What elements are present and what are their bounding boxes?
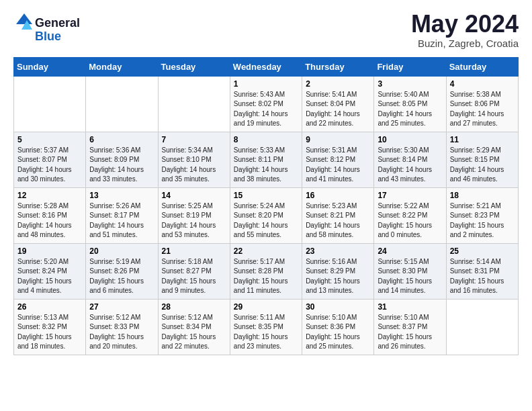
- day-info: Sunrise: 5:20 AMSunset: 8:24 PMDaylight:…: [17, 257, 82, 296]
- calendar-day-26: 26Sunrise: 5:13 AMSunset: 8:32 PMDayligh…: [14, 299, 86, 355]
- day-info: Sunrise: 5:15 AMSunset: 8:30 PMDaylight:…: [378, 257, 442, 296]
- day-number: 20: [89, 246, 154, 256]
- day-number: 10: [378, 135, 442, 144]
- weekday-header-sunday: Sunday: [14, 57, 86, 76]
- weekday-header-saturday: Saturday: [446, 57, 518, 76]
- page: General Blue May 2024 Buzin, Zagreb, Cro…: [0, 0, 532, 369]
- weekday-header-tuesday: Tuesday: [158, 57, 230, 76]
- calendar-day-16: 16Sunrise: 5:23 AMSunset: 8:21 PMDayligh…: [302, 187, 374, 243]
- day-number: 12: [17, 191, 82, 200]
- day-info: Sunrise: 5:29 AMSunset: 8:15 PMDaylight:…: [450, 146, 515, 185]
- day-info: Sunrise: 5:17 AMSunset: 8:28 PMDaylight:…: [234, 257, 298, 296]
- day-info: Sunrise: 5:37 AMSunset: 8:07 PMDaylight:…: [17, 146, 82, 185]
- day-info: Sunrise: 5:21 AMSunset: 8:23 PMDaylight:…: [450, 201, 515, 240]
- calendar-week-row: 1Sunrise: 5:43 AMSunset: 8:02 PMDaylight…: [14, 76, 519, 132]
- calendar-day-17: 17Sunrise: 5:22 AMSunset: 8:22 PMDayligh…: [374, 187, 446, 243]
- calendar-empty-cell: [14, 76, 86, 132]
- logo: General Blue: [13, 11, 87, 48]
- day-number: 1: [234, 79, 298, 89]
- day-number: 8: [234, 135, 298, 144]
- weekday-header-friday: Friday: [374, 57, 446, 76]
- day-info: Sunrise: 5:33 AMSunset: 8:11 PMDaylight:…: [234, 146, 298, 185]
- day-info: Sunrise: 5:11 AMSunset: 8:35 PMDaylight:…: [234, 313, 298, 352]
- day-number: 4: [450, 79, 515, 89]
- calendar-day-23: 23Sunrise: 5:16 AMSunset: 8:29 PMDayligh…: [302, 243, 374, 299]
- weekday-header-wednesday: Wednesday: [230, 57, 302, 76]
- day-info: Sunrise: 5:12 AMSunset: 8:34 PMDaylight:…: [162, 313, 226, 352]
- day-number: 5: [17, 135, 82, 144]
- day-info: Sunrise: 5:41 AMSunset: 8:04 PMDaylight:…: [306, 90, 370, 129]
- calendar-week-row: 26Sunrise: 5:13 AMSunset: 8:32 PMDayligh…: [14, 299, 519, 355]
- day-info: Sunrise: 5:10 AMSunset: 8:37 PMDaylight:…: [378, 313, 442, 352]
- calendar-day-12: 12Sunrise: 5:28 AMSunset: 8:16 PMDayligh…: [14, 187, 86, 243]
- day-info: Sunrise: 5:43 AMSunset: 8:02 PMDaylight:…: [234, 90, 298, 129]
- header: General Blue May 2024 Buzin, Zagreb, Cro…: [13, 11, 519, 49]
- day-number: 7: [162, 135, 226, 144]
- day-number: 30: [306, 302, 370, 312]
- calendar-day-28: 28Sunrise: 5:12 AMSunset: 8:34 PMDayligh…: [158, 299, 230, 355]
- day-info: Sunrise: 5:14 AMSunset: 8:31 PMDaylight:…: [450, 257, 515, 296]
- day-info: Sunrise: 5:19 AMSunset: 8:26 PMDaylight:…: [89, 257, 154, 296]
- day-number: 28: [162, 302, 226, 312]
- day-number: 26: [17, 302, 82, 312]
- weekday-header-row: SundayMondayTuesdayWednesdayThursdayFrid…: [14, 57, 519, 76]
- calendar-day-24: 24Sunrise: 5:15 AMSunset: 8:30 PMDayligh…: [374, 243, 446, 299]
- day-info: Sunrise: 5:24 AMSunset: 8:20 PMDaylight:…: [234, 201, 298, 240]
- calendar-day-10: 10Sunrise: 5:30 AMSunset: 8:14 PMDayligh…: [374, 132, 446, 187]
- day-number: 29: [234, 302, 298, 312]
- day-number: 15: [234, 191, 298, 200]
- day-info: Sunrise: 5:10 AMSunset: 8:36 PMDaylight:…: [306, 313, 370, 352]
- day-number: 23: [306, 246, 370, 256]
- month-year: May 2024: [411, 11, 519, 38]
- day-info: Sunrise: 5:31 AMSunset: 8:12 PMDaylight:…: [306, 146, 370, 185]
- calendar-week-row: 12Sunrise: 5:28 AMSunset: 8:16 PMDayligh…: [14, 187, 519, 243]
- calendar-day-25: 25Sunrise: 5:14 AMSunset: 8:31 PMDayligh…: [446, 243, 518, 299]
- calendar-day-2: 2Sunrise: 5:41 AMSunset: 8:04 PMDaylight…: [302, 76, 374, 132]
- calendar-day-7: 7Sunrise: 5:34 AMSunset: 8:10 PMDaylight…: [158, 132, 230, 187]
- calendar-day-3: 3Sunrise: 5:40 AMSunset: 8:05 PMDaylight…: [374, 76, 446, 132]
- calendar-empty-cell: [86, 76, 158, 132]
- day-info: Sunrise: 5:26 AMSunset: 8:17 PMDaylight:…: [89, 201, 154, 240]
- day-info: Sunrise: 5:36 AMSunset: 8:09 PMDaylight:…: [89, 146, 154, 185]
- day-number: 24: [378, 246, 442, 256]
- day-number: 21: [162, 246, 226, 256]
- calendar-day-30: 30Sunrise: 5:10 AMSunset: 8:36 PMDayligh…: [302, 299, 374, 355]
- weekday-header-monday: Monday: [86, 57, 158, 76]
- calendar-day-13: 13Sunrise: 5:26 AMSunset: 8:17 PMDayligh…: [86, 187, 158, 243]
- calendar-day-5: 5Sunrise: 5:37 AMSunset: 8:07 PMDaylight…: [14, 132, 86, 187]
- svg-text:Blue: Blue: [35, 30, 61, 43]
- calendar-day-8: 8Sunrise: 5:33 AMSunset: 8:11 PMDaylight…: [230, 132, 302, 187]
- svg-text:General: General: [35, 16, 80, 30]
- logo-text-block: General Blue: [13, 11, 87, 48]
- calendar-day-19: 19Sunrise: 5:20 AMSunset: 8:24 PMDayligh…: [14, 243, 86, 299]
- day-number: 9: [306, 135, 370, 144]
- day-info: Sunrise: 5:34 AMSunset: 8:10 PMDaylight:…: [162, 146, 226, 185]
- calendar-empty-cell: [446, 299, 518, 355]
- calendar-day-21: 21Sunrise: 5:18 AMSunset: 8:27 PMDayligh…: [158, 243, 230, 299]
- calendar-day-1: 1Sunrise: 5:43 AMSunset: 8:02 PMDaylight…: [230, 76, 302, 132]
- calendar-day-4: 4Sunrise: 5:38 AMSunset: 8:06 PMDaylight…: [446, 76, 518, 132]
- day-info: Sunrise: 5:28 AMSunset: 8:16 PMDaylight:…: [17, 201, 82, 240]
- day-info: Sunrise: 5:13 AMSunset: 8:32 PMDaylight:…: [17, 313, 82, 352]
- svg-marker-1: [16, 13, 32, 24]
- calendar-day-14: 14Sunrise: 5:25 AMSunset: 8:19 PMDayligh…: [158, 187, 230, 243]
- day-number: 18: [450, 191, 515, 200]
- location: Buzin, Zagreb, Croatia: [411, 38, 519, 49]
- calendar-week-row: 5Sunrise: 5:37 AMSunset: 8:07 PMDaylight…: [14, 132, 519, 187]
- calendar-day-29: 29Sunrise: 5:11 AMSunset: 8:35 PMDayligh…: [230, 299, 302, 355]
- calendar-day-11: 11Sunrise: 5:29 AMSunset: 8:15 PMDayligh…: [446, 132, 518, 187]
- calendar-day-6: 6Sunrise: 5:36 AMSunset: 8:09 PMDaylight…: [86, 132, 158, 187]
- day-number: 14: [162, 191, 226, 200]
- day-info: Sunrise: 5:18 AMSunset: 8:27 PMDaylight:…: [162, 257, 226, 296]
- day-number: 27: [89, 302, 154, 312]
- calendar-empty-cell: [158, 76, 230, 132]
- calendar-day-20: 20Sunrise: 5:19 AMSunset: 8:26 PMDayligh…: [86, 243, 158, 299]
- logo-svg: General Blue: [13, 11, 87, 46]
- calendar-day-18: 18Sunrise: 5:21 AMSunset: 8:23 PMDayligh…: [446, 187, 518, 243]
- day-info: Sunrise: 5:38 AMSunset: 8:06 PMDaylight:…: [450, 90, 515, 129]
- calendar-table: SundayMondayTuesdayWednesdayThursdayFrid…: [13, 57, 519, 355]
- day-info: Sunrise: 5:16 AMSunset: 8:29 PMDaylight:…: [306, 257, 370, 296]
- day-number: 17: [378, 191, 442, 200]
- day-number: 19: [17, 246, 82, 256]
- calendar-day-9: 9Sunrise: 5:31 AMSunset: 8:12 PMDaylight…: [302, 132, 374, 187]
